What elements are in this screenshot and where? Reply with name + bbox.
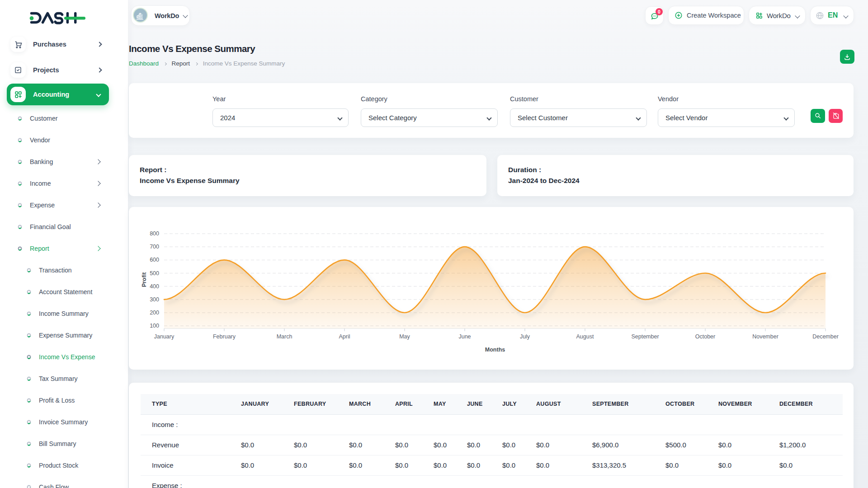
svg-text:March: March (277, 333, 292, 340)
svg-text:600: 600 (150, 257, 159, 263)
svg-text:October: October (695, 333, 715, 340)
svg-text:500: 500 (150, 270, 159, 277)
svg-text:June: June (458, 333, 471, 340)
svg-text:300: 300 (150, 296, 159, 303)
svg-text:Profit: Profit (141, 272, 147, 287)
svg-text:November: November (752, 333, 778, 340)
svg-text:700: 700 (150, 244, 159, 250)
svg-text:December: December (812, 333, 839, 340)
svg-text:400: 400 (150, 283, 159, 290)
svg-text:April: April (339, 333, 350, 340)
svg-text:February: February (213, 333, 236, 340)
svg-text:Months: Months (485, 347, 505, 353)
svg-text:100: 100 (150, 323, 159, 329)
svg-text:August: August (576, 333, 594, 340)
svg-text:January: January (154, 333, 175, 340)
svg-text:May: May (399, 333, 410, 340)
svg-text:July: July (520, 333, 530, 340)
svg-text:800: 800 (150, 230, 159, 237)
svg-text:September: September (631, 333, 659, 340)
svg-text:200: 200 (150, 310, 159, 316)
